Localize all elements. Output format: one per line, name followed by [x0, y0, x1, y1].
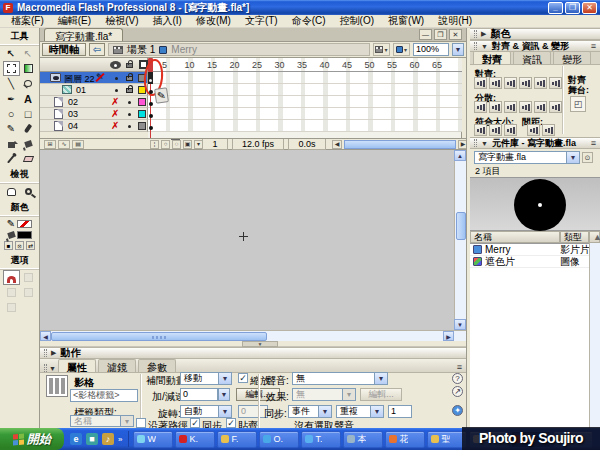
distribute-button-1[interactable]	[489, 101, 502, 113]
menu-item-5[interactable]: 文字(T)	[238, 14, 285, 28]
space-button-3[interactable]	[527, 124, 540, 136]
library-scrollbar[interactable]	[589, 243, 600, 450]
menu-item-6[interactable]: 命令(C)	[285, 14, 333, 28]
option-distort[interactable]	[20, 285, 37, 300]
ease-slider-arrow[interactable]: ▼	[218, 388, 230, 401]
eye-hidden-icon[interactable]: ✗	[111, 108, 119, 120]
distribute-button-4[interactable]	[534, 101, 547, 113]
taskbar-button-W[interactable]: W	[133, 431, 173, 448]
scroll-up-arrow[interactable]: ▲	[454, 150, 466, 161]
breadcrumb-symbol[interactable]: Merry	[171, 44, 197, 55]
match-size-button-2[interactable]	[504, 124, 517, 136]
ease-input[interactable]: 0	[180, 388, 218, 401]
edit-scene-button[interactable]: ▾	[373, 43, 390, 56]
distribute-button-0[interactable]	[474, 101, 487, 113]
taskbar-button-O.[interactable]: O.	[259, 431, 299, 448]
taskbar-button-F.[interactable]: F.	[217, 431, 257, 448]
repeat-count-input[interactable]: 1	[388, 405, 412, 418]
tool-pencil[interactable]	[3, 121, 20, 136]
tab-transform[interactable]: 變形	[553, 51, 591, 64]
scroll-right-arrow[interactable]: ▶	[443, 331, 454, 341]
taskbar-button-花[interactable]: 花	[385, 431, 425, 448]
align-button-2[interactable]	[504, 77, 517, 89]
effect-edit-button[interactable]: 編輯...	[360, 388, 402, 401]
lock-dot-icon[interactable]	[128, 101, 131, 104]
distribute-button-2[interactable]	[504, 101, 517, 113]
align-button-0[interactable]	[474, 77, 487, 89]
tab-align[interactable]: 對齊	[473, 51, 511, 64]
menu-item-3[interactable]: 插入(I)	[145, 14, 188, 28]
layer-row-01[interactable]: 01	[40, 84, 148, 96]
timeline-ruler[interactable]: 5101520253035404550556065	[148, 58, 462, 72]
distribute-button-3[interactable]	[519, 101, 532, 113]
layer-row-04[interactable]: 04✗	[40, 120, 148, 132]
quicklaunch-overflow-chevron[interactable]: »	[118, 435, 122, 444]
menu-item-7[interactable]: 控制(O)	[333, 14, 381, 28]
snap-checkbox[interactable]: ✓	[226, 418, 236, 428]
taskbar-button-T.[interactable]: T.	[301, 431, 341, 448]
column-type[interactable]: 類型	[560, 231, 589, 243]
outline-color-swatch[interactable]	[138, 122, 146, 130]
zoom-level-input[interactable]: 100%	[413, 43, 449, 56]
eye-dot-icon[interactable]	[115, 77, 118, 80]
fill-color-swatch[interactable]	[17, 231, 32, 239]
black-white-button[interactable]: ■	[4, 241, 13, 250]
panel-menu-icon[interactable]: ≡	[457, 362, 462, 372]
no-color-button[interactable]: ⦻	[15, 241, 24, 250]
media-quicklaunch-icon[interactable]: ♪	[102, 433, 114, 445]
timeline-scrollbar-thumb[interactable]	[344, 140, 456, 149]
tool-rectangle[interactable]	[20, 106, 37, 121]
tool-subselection[interactable]	[20, 46, 37, 61]
doc-restore-button[interactable]: ❐	[434, 29, 447, 40]
lock-locked-icon[interactable]	[126, 88, 133, 93]
restore-button[interactable]: ❐	[565, 2, 580, 14]
match-size-button-0[interactable]	[474, 124, 487, 136]
option-magnet[interactable]	[3, 270, 20, 285]
detach-icon[interactable]: ↗	[452, 386, 463, 397]
layer-row-03[interactable]: 03✗	[40, 108, 148, 120]
tool-eyedropper[interactable]	[3, 151, 20, 166]
sync-checkbox[interactable]: ✓	[190, 418, 200, 428]
tool-text[interactable]	[20, 91, 37, 106]
align-button-1[interactable]	[489, 77, 502, 89]
menu-item-2[interactable]: 檢視(V)	[98, 14, 145, 28]
outline-color-swatch[interactable]	[138, 110, 146, 118]
swap-colors-button[interactable]: ⇄	[26, 241, 35, 250]
effect-select[interactable]: 無	[292, 388, 356, 401]
center-frame-button[interactable]: ¦	[150, 140, 159, 149]
tool-zoom[interactable]	[20, 184, 37, 199]
scroll-down-arrow[interactable]: ▼	[454, 319, 466, 330]
add-motion-guide-button[interactable]: ∿	[58, 140, 70, 149]
rotate-select[interactable]: 自動	[180, 405, 232, 418]
taskbar-button-K.[interactable]: K.	[175, 431, 215, 448]
align-button-3[interactable]	[519, 77, 532, 89]
lock-column-icon[interactable]	[126, 63, 133, 68]
eye-hidden-icon[interactable]: ✗	[111, 120, 119, 132]
back-arrow-button[interactable]: ⇦	[89, 43, 105, 56]
onion-skin-outlines-button[interactable]: ◌	[172, 140, 181, 149]
align-button-5[interactable]	[549, 77, 562, 89]
menu-item-4[interactable]: 修改(M)	[189, 14, 238, 28]
tool-eraser[interactable]	[20, 151, 37, 166]
stroke-color-swatch[interactable]	[17, 220, 32, 228]
keyframe-dot[interactable]	[149, 126, 153, 130]
menu-item-1[interactable]: 編輯(E)	[51, 14, 98, 28]
layer-row-02[interactable]: 02✗	[40, 96, 148, 108]
stage-vertical-scrollbar[interactable]: ▲ ▼	[454, 150, 466, 330]
panel-menu-icon[interactable]: ≡	[591, 41, 596, 51]
zoom-dropdown-arrow[interactable]: ▼	[452, 43, 464, 56]
pin-library-button[interactable]: ⊙	[582, 152, 593, 163]
close-button[interactable]: ✕	[582, 2, 597, 14]
option-rotate-skew[interactable]	[20, 270, 37, 285]
distribute-button-5[interactable]	[549, 101, 562, 113]
option-envelope[interactable]	[3, 300, 20, 315]
menu-item-8[interactable]: 視窗(W)	[381, 14, 431, 28]
lock-dot-icon[interactable]	[128, 125, 131, 128]
column-name[interactable]: 名稱	[470, 231, 560, 243]
selected-keyframe[interactable]	[148, 72, 153, 84]
frame-rate-readout[interactable]: 12.0 fps	[232, 139, 284, 150]
insert-layer-button[interactable]: ⊞	[44, 140, 56, 149]
sound-select[interactable]: 無	[292, 372, 388, 385]
tab-parameters[interactable]: 參數	[138, 359, 176, 372]
timeline-toggle-button[interactable]: 時間軸	[42, 43, 86, 56]
